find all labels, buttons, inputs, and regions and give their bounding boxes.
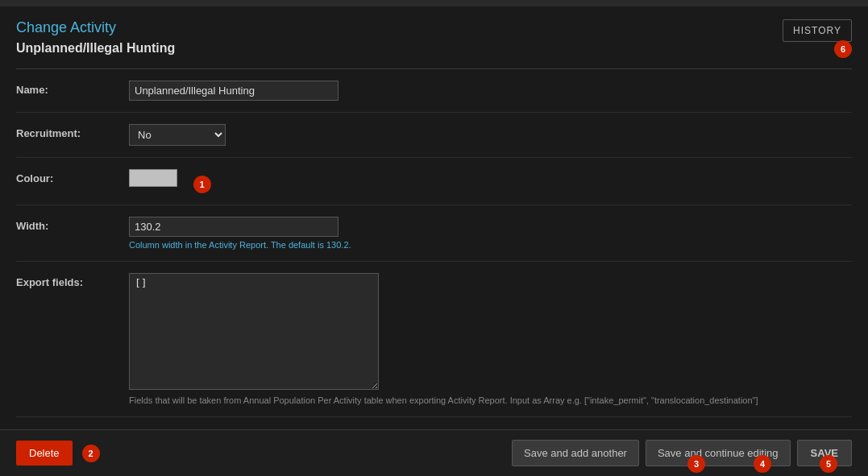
colour-row: Colour: 1 xyxy=(16,158,852,205)
colour-info-badge: 1 xyxy=(193,176,211,193)
recruitment-row: Recruitment: No Yes xyxy=(16,113,852,158)
page-title: Change Activity xyxy=(16,19,852,36)
width-row: Width: Column width in the Activity Repo… xyxy=(16,205,852,262)
footer-right: Save and add another Save and continue e… xyxy=(512,440,852,466)
width-field: Column width in the Activity Report. The… xyxy=(129,217,852,250)
delete-badge: 2 xyxy=(82,445,100,462)
name-label: Name: xyxy=(16,81,129,96)
recruitment-label: Recruitment: xyxy=(16,124,129,139)
colour-swatch[interactable] xyxy=(129,169,177,187)
save-button[interactable]: SAVE xyxy=(797,440,852,466)
recruitment-select[interactable]: No Yes xyxy=(129,124,226,146)
width-help-text: Column width in the Activity Report. The… xyxy=(129,240,852,250)
save-continue-editing-button[interactable]: Save and continue editing xyxy=(646,440,791,466)
name-row: Name: xyxy=(16,69,852,113)
footer-bar: Delete 2 Save and add another Save and c… xyxy=(0,429,868,476)
recruitment-field: No Yes xyxy=(129,124,852,146)
history-button[interactable]: HISTORY xyxy=(783,19,852,42)
export-fields-row: Export fields: [] Fields that will be ta… xyxy=(16,262,852,417)
history-badge: 6 xyxy=(834,40,852,58)
delete-button[interactable]: Delete xyxy=(16,441,73,466)
save-add-another-button[interactable]: Save and add another xyxy=(512,440,639,466)
colour-label: Colour: xyxy=(16,169,129,184)
width-input[interactable] xyxy=(129,217,338,237)
export-fields-label: Export fields: xyxy=(16,273,129,288)
footer-left: Delete 2 xyxy=(16,441,100,466)
export-fields-field: [] Fields that will be taken from Annual… xyxy=(129,273,852,405)
export-fields-textarea[interactable]: [] xyxy=(129,273,379,390)
export-fields-help-text: Fields that will be taken from Annual Po… xyxy=(129,395,852,405)
record-title: Unplanned/Illegal Hunting xyxy=(16,41,852,56)
colour-field: 1 xyxy=(129,169,852,193)
width-label: Width: xyxy=(16,217,129,232)
name-field xyxy=(129,81,852,101)
name-input[interactable] xyxy=(129,81,338,101)
